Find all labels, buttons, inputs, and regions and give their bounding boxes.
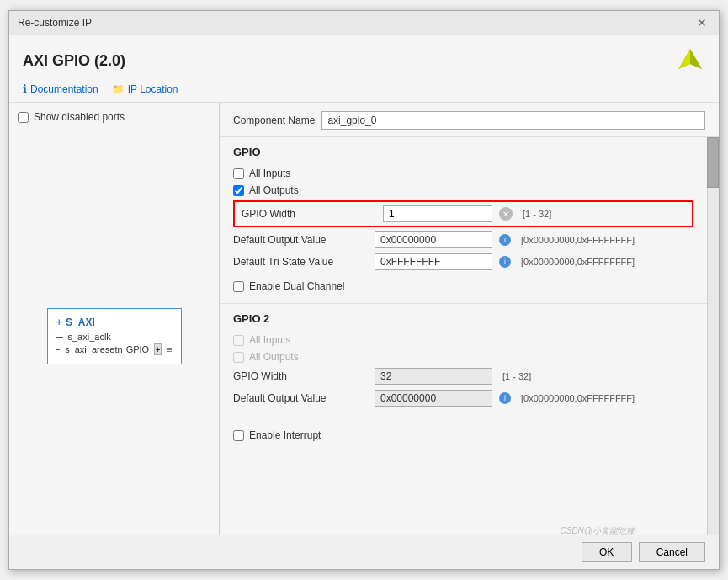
app-title-row: AXI GPIO (2.0) [23,45,705,76]
default-tri-input[interactable] [375,253,492,270]
doc-icon: ℹ [23,82,27,95]
gpio2-width-label: GPIO Width [233,370,368,382]
default-tri-row: Default Tri State Value i [0x00000000,0x… [233,251,693,273]
right-panel: Component Name GPIO All Inputs All Outpu… [220,103,719,535]
gpio-width-input[interactable] [383,205,492,222]
all-inputs-label: All Inputs [249,168,290,179]
gpio2-width-range: [1 - 32] [502,371,531,381]
ok-button[interactable]: OK [582,542,632,562]
all-outputs-row: All Outputs [233,182,693,199]
show-disabled-ports-label: Show disabled ports [34,111,125,123]
scrollable-content[interactable]: GPIO All Inputs All Outputs GPIO Width ✕ [220,137,719,535]
default-output-range: [0x00000000,0xFFFFFFFF] [521,235,635,245]
content-area: Show disabled ports + S_AXI s_axi_aclk s… [9,103,719,535]
scrollbar-track [707,137,719,535]
vivado-logo-icon [675,45,705,76]
all-inputs-checkbox[interactable] [233,168,244,179]
gpio2-default-output-label: Default Output Value [233,392,368,404]
gpio-section: GPIO All Inputs All Outputs GPIO Width ✕ [220,137,719,304]
enable-interrupt-label: Enable Interrupt [249,429,321,441]
dialog: Re-customize IP ✕ AXI GPIO (2.0) ℹ Docum… [8,10,720,570]
pin-dot [56,349,61,350]
gpio-width-row: GPIO Width ✕ [1 - 32] [233,200,693,227]
show-disabled-ports-row: Show disabled ports [18,111,210,123]
app-title: AXI GPIO (2.0) [23,52,125,70]
enable-dual-checkbox[interactable] [233,281,244,292]
header-section: AXI GPIO (2.0) ℹ Documentation 📁 IP Loca… [9,35,719,103]
gpio2-all-inputs-row: All Inputs [233,332,693,349]
info-icon-3: i [499,392,511,404]
show-disabled-ports-checkbox[interactable] [18,112,29,123]
default-tri-range: [0x00000000,0xFFFFFFFF] [521,257,635,267]
gpio2-all-inputs-checkbox[interactable] [233,335,244,346]
default-tri-label: Default Tri State Value [233,256,368,268]
gpio2-all-outputs-row: All Outputs [233,349,693,365]
cancel-button[interactable]: Cancel [639,542,705,562]
diagram-pin1-row: s_axi_aclk [56,332,173,342]
nav-links: ℹ Documentation 📁 IP Location [23,82,705,95]
gpio-section-title: GPIO [233,146,693,158]
gpio-add-button[interactable]: + [154,343,162,355]
default-output-input[interactable] [375,231,492,248]
gpio2-section: GPIO 2 All Inputs All Outputs GPIO Width… [220,304,719,418]
watermark: CSDN@小黄能吃辣 [561,525,635,537]
gpio2-all-inputs-label: All Inputs [249,334,290,346]
component-diagram: + S_AXI s_axi_aclk s_axi_aresetn GPIO + … [18,146,210,526]
enable-interrupt-row: Enable Interrupt [233,427,693,444]
all-outputs-checkbox[interactable] [233,185,244,196]
ip-location-link[interactable]: 📁 IP Location [112,83,178,95]
all-outputs-label: All Outputs [249,184,299,196]
enable-interrupt-section: Enable Interrupt [220,418,719,452]
gpio2-width-row: GPIO Width [1 - 32] [233,365,693,387]
info-icon-2: i [499,256,511,268]
svg-marker-1 [690,49,702,69]
diagram-box: + S_AXI s_axi_aclk s_axi_aresetn GPIO + … [47,308,182,364]
gpio2-default-output-input[interactable] [375,390,492,407]
scrollbar-thumb[interactable] [707,137,719,188]
gpio2-section-title: GPIO 2 [233,312,693,325]
enable-interrupt-checkbox[interactable] [233,430,244,441]
left-panel: Show disabled ports + S_AXI s_axi_aclk s… [9,103,220,535]
gpio-width-label: GPIO Width [242,208,376,220]
component-name-row: Component Name [220,103,719,137]
component-name-input[interactable] [321,111,705,130]
gpio2-all-outputs-label: All Outputs [249,351,299,363]
documentation-link[interactable]: ℹ Documentation [23,82,98,95]
dialog-title: Re-customize IP [18,17,92,29]
title-bar-left: Re-customize IP [18,17,92,29]
gpio2-width-input[interactable] [375,368,492,385]
default-output-row: Default Output Value i [0x00000000,0xFFF… [233,229,693,251]
gpio-width-range: [1 - 32] [523,209,551,219]
diagram-pin2-row: s_axi_aresetn GPIO + ≡ [56,343,173,355]
folder-icon: 📁 [112,83,125,95]
enable-dual-row: Enable Dual Channel [233,278,693,295]
component-name-label: Component Name [233,114,315,126]
gpio2-all-outputs-checkbox[interactable] [233,352,244,363]
gpio2-default-output-row: Default Output Value i [0x00000000,0xFFF… [233,387,693,409]
close-button[interactable]: ✕ [693,16,710,29]
clear-icon[interactable]: ✕ [499,207,513,221]
info-icon-1: i [499,234,511,246]
title-bar: Re-customize IP ✕ [9,11,719,35]
all-inputs-row: All Inputs [233,165,693,182]
svg-marker-2 [678,49,690,69]
default-output-label: Default Output Value [233,234,368,246]
expand-icon: ≡ [167,344,172,354]
footer: OK Cancel [9,535,719,569]
diagram-title: + S_AXI [56,316,173,328]
enable-dual-label: Enable Dual Channel [249,280,344,292]
gpio2-default-output-range: [0x00000000,0xFFFFFFFF] [521,393,635,403]
